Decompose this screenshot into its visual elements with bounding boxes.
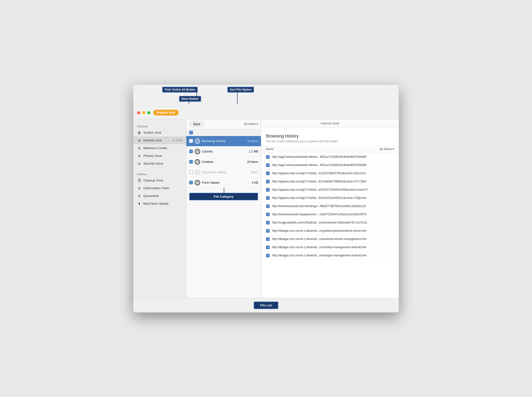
form-values-icon bbox=[195, 180, 200, 185]
sidebar-item-quarantine-label: Quarantine bbox=[143, 194, 159, 198]
file-list-item[interactable]: http://appsecurityr.com/gl1/?clickid...e… bbox=[261, 186, 399, 194]
file-list-item[interactable]: http://app2.letmacworkfaster.life/lan...… bbox=[261, 161, 399, 169]
utilities-section-label: Utilities bbox=[133, 171, 186, 177]
internet-junk-badge: 91.9 MB bbox=[172, 139, 182, 142]
file-item-url: http://app2.letmacworkfaster.life/lan...… bbox=[272, 163, 366, 167]
cookies-checkbox[interactable] bbox=[189, 160, 193, 164]
bottom-annotation-area: File List bbox=[133, 298, 399, 312]
category-item-download-history[interactable]: Download History Clean bbox=[186, 167, 261, 178]
file-list-annotation: File List bbox=[254, 302, 278, 309]
section-desc: The list of web addresses you've opened … bbox=[266, 140, 394, 143]
malicious-cookie-icon: ⊘ bbox=[137, 146, 141, 150]
form-values-checkbox[interactable] bbox=[189, 181, 193, 184]
file-item-checkbox[interactable] bbox=[266, 213, 270, 216]
file-list-item[interactable]: http://appsecurityr.com/gl1/?clickid...8… bbox=[261, 178, 399, 186]
file-category-annotation: File Category bbox=[189, 193, 258, 200]
cleanup-tools-icon: 🗄 bbox=[137, 178, 141, 183]
tick-all-checkbox[interactable] bbox=[189, 131, 193, 134]
category-item-form-values[interactable]: Form Values 4 KB bbox=[186, 178, 261, 188]
sidebar-item-internet-junk[interactable]: ⊘ Internet Junk 91.9 MB bbox=[133, 137, 186, 144]
file-list-item[interactable]: http://boostmacfaster.tech/landings/...f… bbox=[261, 202, 399, 210]
file-list-item[interactable]: http://itkaigai.com.md-la-1.bluehost...m… bbox=[261, 252, 399, 260]
category-item-caches[interactable]: Caches 1.1 MB bbox=[186, 146, 261, 157]
browsing-history-label: Browsing History bbox=[202, 139, 226, 143]
file-item-checkbox[interactable] bbox=[266, 155, 270, 159]
sidebar-item-optimization-tools[interactable]: ⊘ Optimization Tools bbox=[133, 184, 186, 192]
form-values-size: 4 KB bbox=[252, 181, 258, 184]
sidebar-item-security-label: Security Issue bbox=[143, 162, 163, 165]
back-button[interactable]: Back bbox=[189, 121, 204, 127]
file-list-item[interactable]: http://itkaigai.com.md-la-1.bluehost...m… bbox=[261, 227, 399, 235]
file-item-url: http://app2.letmacworkfaster.life/lan...… bbox=[272, 155, 366, 159]
caches-checkbox[interactable] bbox=[189, 150, 193, 153]
browsing-history-checkbox[interactable] bbox=[189, 139, 193, 143]
browsing-history-size: 75 items bbox=[247, 139, 258, 143]
sidebar-item-malicious-cookie[interactable]: ⊘ Malicious Cookie bbox=[133, 144, 186, 152]
title-bar: Register Now bbox=[133, 107, 399, 119]
sidebar-item-macclean-label: MacClean Update bbox=[143, 202, 168, 205]
file-item-checkbox[interactable] bbox=[266, 180, 270, 183]
trash-icon: 🗑 bbox=[137, 130, 141, 135]
sidebar-item-cleanup-tools-label: Cleanup Tools bbox=[143, 179, 163, 182]
section-title: Browsing History bbox=[266, 134, 394, 139]
file-list-item[interactable]: http://boostmacfaster.top/paramss=...e3d… bbox=[261, 210, 399, 219]
sidebar-item-privacy-label: Privacy Issue bbox=[143, 154, 162, 158]
panel-center-title: Internet Junk bbox=[266, 122, 394, 125]
sort-file-annotation: Sort File Option bbox=[227, 87, 254, 93]
file-item-url: http://appsecurityr.com/gl1/?clickid...9… bbox=[272, 196, 367, 200]
register-now-button[interactable]: Register Now bbox=[153, 110, 179, 115]
sidebar-item-privacy-issue[interactable]: ⊘ Privacy Issue bbox=[133, 152, 186, 160]
close-button[interactable] bbox=[137, 111, 140, 114]
minimize-button[interactable] bbox=[142, 111, 145, 114]
sort-button[interactable]: By Name ▾ bbox=[244, 122, 258, 126]
file-list-item[interactable]: http://evgpj.adsbtrk.com/c/06a9caf...com… bbox=[261, 219, 399, 227]
file-item-checkbox[interactable] bbox=[266, 237, 270, 241]
sidebar-item-malicious-cookie-label: Malicious Cookie bbox=[143, 146, 167, 150]
file-item-url: http://boostmacfaster.tech/landings/...f… bbox=[272, 204, 366, 208]
sort-column-header[interactable]: By Name ▾ bbox=[380, 147, 394, 151]
file-list-item[interactable]: http://app2.letmacworkfaster.life/lan...… bbox=[261, 153, 399, 161]
file-item-url: http://evgpj.adsbtrk.com/c/06a9caf...com… bbox=[272, 221, 367, 224]
sidebar-item-system-junk[interactable]: 🗑 System Junk bbox=[133, 129, 186, 137]
form-values-label: Form Values bbox=[202, 181, 220, 184]
category-list: Browsing History 75 items Caches 1.1 MB bbox=[186, 136, 261, 298]
sidebar-item-quarantine[interactable]: ⊘ Quarantine bbox=[133, 192, 186, 200]
name-column-header: Name bbox=[266, 147, 380, 151]
right-panel: Internet Junk Browsing History The list … bbox=[261, 119, 399, 298]
file-list-header: Name By Name ▾ bbox=[261, 145, 399, 153]
file-item-url: http://itkaigai.com.md-la-1.bluehost...s… bbox=[272, 245, 367, 249]
file-item-checkbox[interactable] bbox=[266, 229, 270, 233]
file-item-checkbox[interactable] bbox=[266, 163, 270, 167]
sidebar-item-macclean-update[interactable]: ⬆ MacClean Update bbox=[133, 200, 186, 208]
sidebar: Cleanup 🗑 System Junk ⊘ Internet Junk 91… bbox=[133, 119, 186, 298]
browsing-history-icon bbox=[195, 138, 200, 144]
quarantine-icon: ⊘ bbox=[137, 194, 141, 198]
sidebar-item-cleanup-tools[interactable]: 🗄 Cleanup Tools bbox=[133, 177, 186, 184]
file-item-checkbox[interactable] bbox=[266, 254, 270, 257]
category-item-browsing-history[interactable]: Browsing History 75 items bbox=[186, 136, 261, 146]
maximize-button[interactable] bbox=[147, 111, 150, 114]
file-item-url: http://appsecurityr.com/gl1/?clickid...0… bbox=[272, 172, 366, 175]
file-item-url: http://itkaigai.com.md-la-1.bluehost...n… bbox=[272, 237, 367, 241]
file-item-checkbox[interactable] bbox=[266, 221, 270, 224]
sidebar-item-security-issue[interactable]: ⊘ Security Issue bbox=[133, 160, 186, 167]
privacy-icon: ⊘ bbox=[137, 154, 141, 158]
caches-label: Caches bbox=[202, 150, 213, 153]
file-list-item[interactable]: http://appsecurityr.com/gl1/?clickid...0… bbox=[261, 169, 399, 178]
middle-panel: Back By Name ▾ Browsing History bbox=[186, 119, 261, 298]
file-item-url: http://itkaigai.com.md-la-1.bluehost...m… bbox=[272, 254, 367, 257]
file-item-checkbox[interactable] bbox=[266, 188, 270, 192]
cookies-icon bbox=[195, 159, 200, 165]
download-history-checkbox[interactable] bbox=[189, 170, 193, 174]
back-button-annotation: Back Button bbox=[179, 96, 201, 102]
file-item-checkbox[interactable] bbox=[266, 204, 270, 208]
file-item-checkbox[interactable] bbox=[266, 245, 270, 249]
download-history-label: Download History bbox=[202, 170, 227, 174]
file-item-url: http://itkaigai.com.md-la-1.bluehost...m… bbox=[272, 229, 367, 232]
category-item-cookies[interactable]: Cookies 24 items bbox=[186, 157, 261, 167]
file-item-checkbox[interactable] bbox=[266, 196, 270, 200]
file-list-item[interactable]: http://itkaigai.com.md-la-1.bluehost...n… bbox=[261, 235, 399, 243]
file-list-item[interactable]: http://appsecurityr.com/gl1/?clickid...9… bbox=[261, 194, 399, 202]
file-list-item[interactable]: http://itkaigai.com.md-la-1.bluehost...s… bbox=[261, 243, 399, 252]
file-item-checkbox[interactable] bbox=[266, 172, 270, 175]
